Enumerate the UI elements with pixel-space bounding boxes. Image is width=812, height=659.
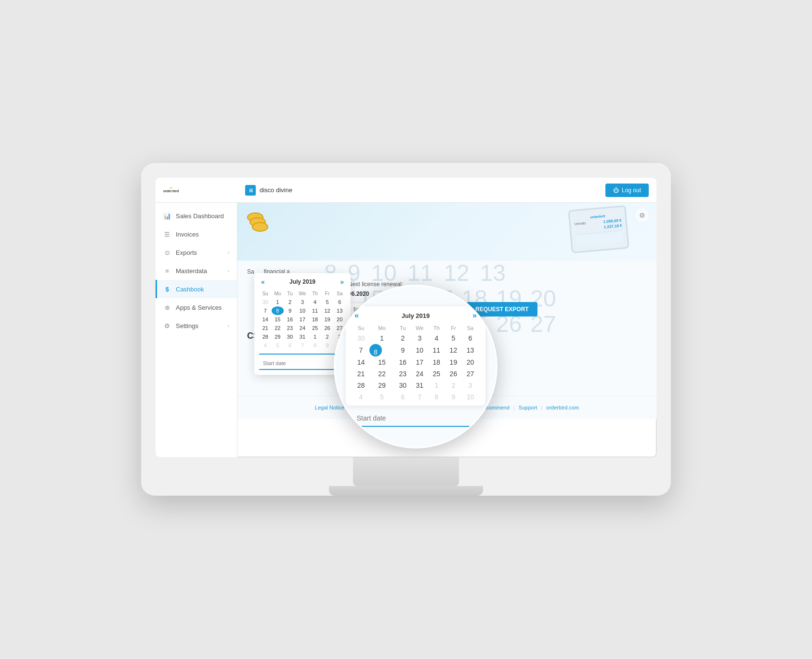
cal-day[interactable]: 7 [296,341,309,350]
cal-day[interactable]: 2 [321,332,334,341]
cal-day[interactable]: 13 [333,306,346,315]
big-cal-day[interactable]: 9 [445,391,462,403]
big-cal-day[interactable]: 5 [445,332,462,344]
cal-day[interactable]: 25 [309,324,321,332]
big-cal-day[interactable]: 9 [394,344,411,356]
sidebar-item-masterdata[interactable]: ≡ Masterdata › [156,262,237,280]
big-cal-day[interactable]: 19 [445,356,462,368]
big-cal-day[interactable]: 20 [462,356,479,368]
cal-day[interactable]: 4 [259,341,272,350]
magnified-start-date-input[interactable] [352,410,480,427]
big-cal-day[interactable]: 4 [428,332,445,344]
cal-prev-button[interactable]: « [259,278,267,286]
cal-day[interactable]: 3 [296,298,309,306]
sidebar-item-sales-dashboard[interactable]: 📊 Sales Dashboard [156,207,237,225]
sidebar-item-cashbook[interactable]: $ Cashbook [156,280,237,298]
settings-gear-icon[interactable]: ⚙ [635,209,649,222]
footer-link-support[interactable]: Support [519,405,537,410]
cal-day[interactable]: 5 [272,341,284,350]
big-cal-day[interactable]: 10 [462,391,479,403]
cal-day[interactable]: 6 [333,298,346,306]
small-start-date-input[interactable] [259,357,336,370]
cal-day[interactable]: 14 [259,315,272,324]
cal-day[interactable]: 2 [284,298,296,306]
cal-day[interactable]: 8 [309,341,321,350]
big-cal-day[interactable]: 28 [353,380,369,391]
big-cal-next-button[interactable]: » [471,311,479,320]
big-cal-day[interactable]: 4 [353,391,369,403]
cal-day[interactable]: 29 [272,332,284,341]
cal-day[interactable]: 1 [272,298,284,306]
big-cal-day[interactable]: 3 [462,380,479,391]
cal-day[interactable]: 11 [309,306,321,315]
sidebar-item-settings[interactable]: ⚙ Settings › [156,316,237,335]
big-cal-day[interactable]: 5 [369,391,394,403]
big-cal-day[interactable]: 24 [411,368,428,380]
cal-day[interactable]: 9 [284,306,296,315]
big-cal-day[interactable]: 16 [394,356,411,368]
sidebar-item-exports[interactable]: ⊙ Exports › [156,243,237,262]
cal-day[interactable]: 26 [321,324,334,332]
big-cal-day[interactable]: 11 [428,344,445,356]
big-cal-grid: Su Mo Tu We Th Fr Sa [353,324,479,403]
cal-day[interactable]: 9 [321,341,334,350]
big-cal-day[interactable]: 7 [411,391,428,403]
big-cal-day[interactable]: 18 [428,356,445,368]
big-cal-day[interactable]: 21 [353,368,369,380]
big-cal-day[interactable]: 2 [394,332,411,344]
big-cal-day[interactable]: 8 [428,391,445,403]
big-cal-day[interactable]: 7 [353,344,369,356]
big-cal-day[interactable]: 17 [411,356,428,368]
cal-day[interactable]: 17 [296,315,309,324]
big-cal-day[interactable]: 27 [462,368,479,380]
cal-day[interactable]: 1 [309,332,321,341]
big-cal-day[interactable]: 10 [411,344,428,356]
cal-day[interactable]: 7 [259,306,272,315]
logout-button[interactable]: ⏻ Log out [605,184,649,197]
footer-link-orderbird[interactable]: orderbird.com [546,405,579,410]
big-cal-day[interactable]: 14 [353,356,369,368]
cal-day[interactable]: 10 [296,306,309,315]
cal-day[interactable]: 4 [309,298,321,306]
big-cal-day[interactable]: 8 [369,344,382,356]
cal-day[interactable]: 20 [333,315,346,324]
big-cal-day[interactable]: 6 [462,332,479,344]
cal-day[interactable]: 19 [321,315,334,324]
big-cal-day[interactable]: 3 [411,332,428,344]
big-cal-day[interactable]: 26 [445,368,462,380]
big-cal-day[interactable]: 13 [462,344,479,356]
cal-day[interactable]: 12 [321,306,334,315]
big-cal-day[interactable]: 23 [394,368,411,380]
sidebar-item-apps-services[interactable]: ⊛ Apps & Services [156,298,237,316]
big-cal-day[interactable]: 15 [369,356,394,368]
cal-day[interactable]: 23 [284,324,296,332]
big-cal-day[interactable]: 22 [369,368,394,380]
cal-day[interactable]: 30 [259,298,272,306]
big-cal-prev-button[interactable]: « [353,311,361,320]
big-cal-day[interactable]: 29 [369,380,394,391]
cal-day[interactable]: 30 [284,332,296,341]
cal-day[interactable]: 24 [296,324,309,332]
sidebar-item-invoices[interactable]: ☰ Invoices [156,225,237,243]
cal-day[interactable]: 16 [284,315,296,324]
big-cal-day[interactable]: 2 [445,380,462,391]
cal-day[interactable]: 15 [272,315,284,324]
cal-day[interactable]: 21 [259,324,272,332]
cal-day[interactable]: 5 [321,298,334,306]
cal-day[interactable]: 22 [272,324,284,332]
cal-day[interactable]: 6 [284,341,296,350]
cal-day[interactable]: 28 [259,332,272,341]
footer-link-legal[interactable]: Legal Notice [315,405,344,410]
big-cal-day[interactable]: 25 [428,368,445,380]
big-cal-day[interactable]: 6 [394,391,411,403]
big-cal-day[interactable]: 12 [445,344,462,356]
big-cal-day[interactable]: 31 [411,380,428,391]
cal-next-button[interactable]: » [338,278,346,286]
big-cal-day[interactable]: 30 [394,380,411,391]
cal-day[interactable]: 8 [272,306,284,315]
big-cal-day[interactable]: 30 [353,332,369,344]
big-cal-day[interactable]: 1 [369,332,394,344]
big-cal-day[interactable]: 1 [428,380,445,391]
cal-day[interactable]: 31 [296,332,309,341]
cal-day[interactable]: 18 [309,315,321,324]
